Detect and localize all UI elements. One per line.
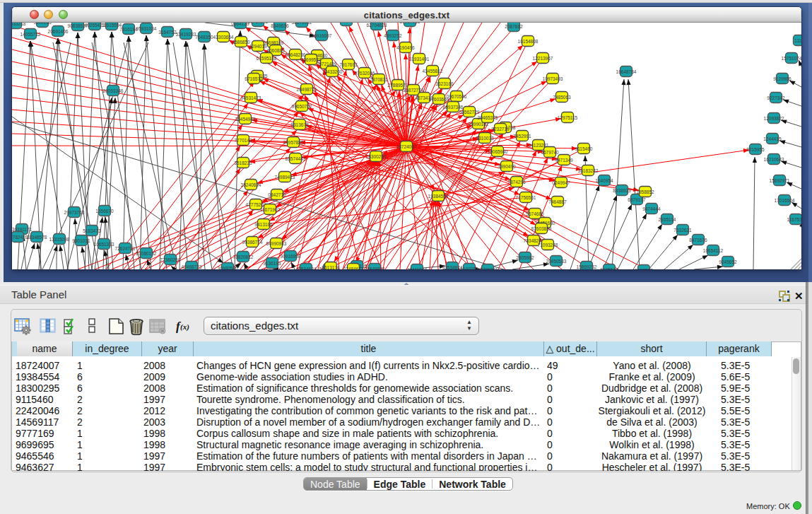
- svg-text:8938923: 8938923: [613, 188, 631, 193]
- svg-text:29973763: 29973763: [64, 210, 85, 215]
- svg-text:1958852: 1958852: [636, 189, 654, 194]
- svg-text:6879197: 6879197: [628, 197, 646, 202]
- svg-text:99650752: 99650752: [292, 104, 312, 109]
- svg-text:7648350: 7648350: [195, 35, 213, 40]
- svg-text:61595148: 61595148: [257, 56, 277, 61]
- svg-text:94531473: 94531473: [241, 95, 261, 100]
- svg-text:9232719: 9232719: [491, 127, 510, 132]
- svg-text:80957015: 80957015: [400, 23, 420, 24]
- svg-text:19065940: 19065940: [488, 149, 508, 154]
- svg-text:20450533: 20450533: [546, 259, 567, 264]
- svg-text:16154808: 16154808: [518, 39, 539, 44]
- svg-text:88937346: 88937346: [443, 105, 464, 110]
- svg-text:67632016: 67632016: [355, 71, 375, 76]
- svg-text:32871012: 32871012: [292, 23, 312, 25]
- svg-text:18724007: 18724007: [396, 144, 417, 149]
- svg-text:1607337: 1607337: [635, 268, 653, 270]
- svg-text:4586850: 4586850: [232, 40, 250, 45]
- svg-text:12411824: 12411824: [407, 267, 428, 270]
- svg-text:9474444: 9474444: [642, 206, 661, 211]
- svg-text:38346578: 38346578: [27, 235, 47, 240]
- svg-text:9245652: 9245652: [719, 259, 737, 264]
- svg-text:2870831: 2870831: [370, 77, 388, 82]
- svg-text:1640052: 1640052: [460, 267, 478, 270]
- svg-text:99386774: 99386774: [242, 240, 263, 245]
- svg-text:86872774: 86872774: [404, 88, 424, 93]
- svg-text:48018451: 48018451: [336, 23, 357, 23]
- svg-text:4471349: 4471349: [555, 158, 573, 163]
- svg-text:85574443: 85574443: [286, 156, 306, 161]
- svg-text:18300295: 18300295: [366, 154, 387, 159]
- svg-text:15751074: 15751074: [782, 56, 801, 61]
- svg-text:8471676: 8471676: [689, 238, 707, 243]
- svg-text:43303654: 43303654: [213, 35, 234, 40]
- svg-text:65648236: 65648236: [286, 52, 306, 57]
- svg-text:71756551: 71756551: [516, 195, 536, 200]
- svg-text:(x): (x): [180, 322, 189, 332]
- svg-text:10973493: 10973493: [543, 76, 563, 81]
- svg-text:8215955: 8215955: [746, 147, 765, 152]
- svg-text:2935114: 2935114: [659, 217, 676, 222]
- svg-text:12213967: 12213967: [533, 56, 553, 61]
- svg-text:26916697: 26916697: [312, 33, 332, 38]
- svg-text:5183473: 5183473: [83, 228, 101, 233]
- svg-text:28498776: 28498776: [297, 87, 317, 92]
- svg-text:62704828: 62704828: [367, 23, 387, 28]
- svg-text:3990490: 3990490: [498, 164, 516, 169]
- svg-text:9115460: 9115460: [575, 146, 593, 151]
- svg-text:81080132: 81080132: [136, 251, 157, 256]
- svg-text:1656670: 1656670: [95, 209, 114, 214]
- svg-text:7632621: 7632621: [673, 228, 692, 233]
- svg-text:71093248: 71093248: [538, 243, 558, 247]
- svg-text:4893252: 4893252: [384, 33, 402, 38]
- svg-text:77360260: 77360260: [160, 257, 181, 262]
- svg-text:4190496: 4190496: [396, 45, 415, 50]
- svg-text:30391171: 30391171: [12, 227, 33, 232]
- svg-text:1112: 1112: [794, 38, 801, 43]
- svg-text:9301031: 9301031: [72, 238, 90, 243]
- svg-text:7452991: 7452991: [513, 134, 531, 139]
- svg-text:4060883: 4060883: [266, 48, 285, 53]
- svg-text:3623166: 3623166: [435, 81, 454, 86]
- svg-text:11615594: 11615594: [102, 23, 122, 28]
- svg-text:9600133: 9600133: [33, 23, 52, 25]
- svg-text:15869232: 15869232: [577, 264, 597, 269]
- svg-text:43455812: 43455812: [423, 69, 443, 74]
- svg-text:90916998: 90916998: [281, 254, 301, 259]
- svg-text:10433218: 10433218: [12, 23, 26, 26]
- svg-text:9136193: 9136193: [263, 261, 281, 266]
- svg-text:72624731: 72624731: [115, 246, 136, 251]
- svg-text:0842710: 0842710: [268, 192, 286, 197]
- svg-text:16648784: 16648784: [616, 69, 637, 74]
- svg-text:7485063: 7485063: [553, 95, 571, 100]
- svg-text:35240824: 35240824: [241, 182, 261, 187]
- svg-text:7816184: 7816184: [119, 27, 138, 32]
- svg-text:9227342: 9227342: [767, 95, 785, 100]
- svg-text:12975115: 12975115: [558, 115, 578, 120]
- svg-text:78820812: 78820812: [233, 255, 254, 259]
- svg-text:87603859: 87603859: [531, 226, 552, 231]
- svg-text:7464887: 7464887: [548, 199, 567, 204]
- svg-text:06562729: 06562729: [459, 110, 480, 115]
- svg-text:19384554: 19384554: [428, 194, 449, 199]
- svg-text:22782489: 22782489: [12, 235, 28, 240]
- svg-text:14055712: 14055712: [20, 32, 41, 37]
- svg-text:2805982: 2805982: [516, 255, 534, 260]
- svg-text:12093822: 12093822: [764, 116, 784, 121]
- svg-text:38721489: 38721489: [317, 62, 337, 66]
- svg-text:27484677: 27484677: [343, 267, 364, 270]
- svg-text:8849696: 8849696: [271, 23, 289, 28]
- svg-text:0249947: 0249947: [552, 180, 570, 185]
- svg-text:47468723: 47468723: [182, 264, 202, 269]
- svg-text:1244415: 1244415: [763, 136, 782, 141]
- svg-text:42786801: 42786801: [478, 267, 498, 270]
- svg-text:5674680: 5674680: [526, 211, 544, 216]
- svg-text:6716572: 6716572: [245, 76, 263, 81]
- svg-text:20053346: 20053346: [103, 88, 124, 93]
- svg-text:95931034: 95931034: [136, 26, 157, 31]
- svg-text:9129966: 9129966: [773, 76, 792, 81]
- svg-text:53419283: 53419283: [176, 32, 196, 37]
- svg-text:36183242: 36183242: [578, 168, 599, 173]
- svg-text:43534624: 43534624: [296, 267, 317, 270]
- svg-text:0679740: 0679740: [541, 150, 559, 155]
